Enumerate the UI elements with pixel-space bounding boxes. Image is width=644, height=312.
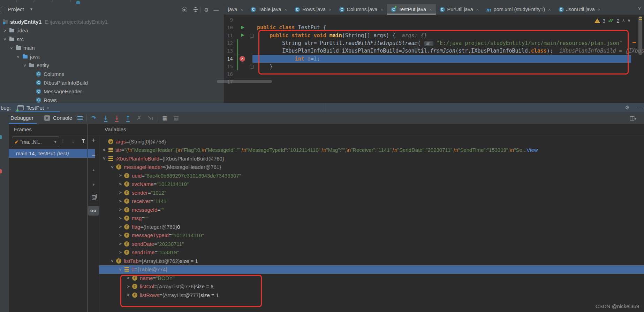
line-number[interactable]: 10 [224,24,233,31]
step-over-icon[interactable]: ↷ [90,114,98,122]
variable-row-flag[interactable]: >fflag = {Integer@769} 0 [99,223,644,231]
editor-line-15[interactable]: 15 } [224,63,644,70]
project-item-messageheader[interactable]: CMessageHeader [0,87,224,96]
gear-icon[interactable]: ⚙ [624,104,630,110]
editor-tab-rows-java[interactable]: CRows.java× [291,4,335,15]
inspections-widget[interactable]: 3 ✓✓ 2 ∧ ∨ [594,17,630,24]
chevron-down-icon[interactable]: > [102,156,106,161]
tab-console[interactable]: Console [53,115,72,121]
chevron-right-icon[interactable]: > [118,208,123,212]
remove-watch-icon[interactable]: − [88,152,99,159]
collapse-all-icon[interactable] [193,7,198,13]
chevron-right-icon[interactable]: > [118,182,123,186]
thread-dropdown[interactable]: ✔ "ma...Nl... ▼ [12,136,59,147]
prev-issue-icon[interactable]: ∧ [622,18,625,23]
chevron-right-icon[interactable]: > [118,190,123,195]
chevron-down-icon[interactable]: > [118,267,122,272]
line-number[interactable]: 9 [224,16,233,24]
variable-row-str[interactable]: >str = "{\n "MessageHeader":{\n "Flag":0… [99,146,644,155]
close-icon[interactable]: × [548,7,551,12]
variable-row-messageheader[interactable]: >fmessageHeader = {MessageHeader@761} [99,163,644,172]
editor-line-9[interactable]: 9 [224,16,644,24]
run-line-icon[interactable] [241,33,244,37]
chevron-down-icon[interactable]: > [3,37,7,41]
variable-row-senddate[interactable]: >fsendDate = "20230711" [99,240,644,248]
project-item-java[interactable]: >java [0,52,224,61]
debug-session-tab[interactable]: TestPut × [15,103,52,112]
variable-row-svcname[interactable]: >fsvcName = "1012114110" [99,180,644,189]
editor-tab-java[interactable]: java× [224,4,247,15]
line-number[interactable]: 14 [224,55,233,63]
editor-tab-purutil-java[interactable]: CPurUtil.java× [436,4,483,15]
project-item-ixbusplaninfobuild[interactable]: CIXbusPlanInfoBuild [0,78,224,87]
view-link[interactable]: View [526,147,538,153]
frame-down-icon[interactable]: ↓ [71,138,75,145]
add-watch-icon[interactable]: + [88,136,99,145]
variable-row-ixbusplaninfobuild[interactable]: >iXbusPlanInfoBuild = {IXbusPlanInfoBuil… [99,154,644,163]
editor-line-13[interactable]: 13 IXbusPlanInfoBuild iXbusPlanInfoBuild… [224,47,644,55]
variable-row-msg[interactable]: >fmsg = "" [99,214,644,223]
move-down-icon[interactable]: ▼ [88,182,99,187]
variable-row-messageid[interactable]: >fmessageId = "" [99,205,644,214]
variable-row-uuid[interactable]: >fuuid = "8ac4c0b689297e31018943de734333… [99,171,644,180]
editor-tab-testput-java[interactable]: CTestPut.java× [387,4,436,15]
close-icon[interactable]: × [476,7,479,12]
chevron-right-icon[interactable]: > [126,284,131,289]
chevron-right-icon[interactable]: > [3,29,7,33]
filter-frames-icon[interactable] [81,139,86,143]
close-icon[interactable]: × [429,7,432,12]
tab-debugger[interactable]: Debugger [10,115,33,121]
locate-file-icon[interactable] [182,7,187,13]
frame-up-icon[interactable]: ↑ [61,138,65,145]
variable-row-receiver[interactable]: >freceiver = "1141" [99,197,644,206]
layout-settings-icon[interactable]: ◫▾ [629,114,637,122]
chevron-right-icon[interactable]: > [118,242,123,246]
project-item-idea[interactable]: >.idea [0,26,224,35]
editor-tab-table-java[interactable]: CTable.java× [247,4,291,15]
editor-line-11[interactable]: 11 public static void main(String[] args… [224,32,644,39]
fold-marker-icon[interactable] [250,34,254,38]
editor-tab-pom-xml-studyentity1[interactable]: mpom.xml (studyEntity1)× [483,4,554,15]
line-number[interactable]: 12 [224,39,233,47]
trace-settings-icon[interactable]: ▤ [172,114,180,122]
editor-line-17[interactable]: 17 [224,78,644,86]
chevron-down-icon[interactable]: > [110,258,114,263]
close-icon[interactable]: × [285,7,287,12]
project-item-src[interactable]: >src [0,35,224,44]
variable-row-listcol[interactable]: >flistCol = {ArrayList@776} size = 6 [99,282,644,291]
editor-line-10[interactable]: 10public class TestPut { [224,24,644,31]
close-icon[interactable]: × [47,105,50,110]
code-editor[interactable]: 910public class TestPut {11 public stati… [224,15,644,103]
threads-menu-icon[interactable] [77,116,83,120]
line-number[interactable]: 15 [224,63,233,70]
close-icon[interactable]: × [241,7,243,12]
force-step-into-icon[interactable]: ↓ [113,114,121,122]
run-to-cursor-icon[interactable]: ↘I [146,114,154,122]
project-item-entity[interactable]: >entity [0,61,224,70]
chevron-down-icon[interactable]: > [110,165,114,170]
variable-row-listrows[interactable]: >flistRows = {ArrayList@777} size = 1 [99,291,644,299]
breakpoint-icon[interactable]: ✓ [240,56,245,62]
variable-row-sender[interactable]: >fsender = "1012" [99,188,644,197]
line-number[interactable]: 11 [224,32,233,39]
chevron-down-icon[interactable]: > [16,55,20,59]
gear-icon[interactable]: ⚙ [204,7,209,13]
step-into-icon[interactable]: ↓ [102,114,109,122]
frame-row-selected[interactable]: main:14, TestPut (test) [9,149,95,158]
chevron-right-icon[interactable]: > [118,173,123,178]
show-watches-icon[interactable]: oo [88,206,99,216]
project-root-row[interactable]: studyEntity1E:\java project\studyEntity1 [0,17,224,26]
close-icon[interactable]: × [329,7,332,12]
chevron-right-icon[interactable]: > [126,293,131,297]
step-out-icon[interactable]: ↑ [124,114,132,122]
editor-tab-jsonutil-java[interactable]: CJsonUtil.java× [555,4,605,15]
hide-panel-icon[interactable]: — [637,104,642,110]
chevron-down-icon[interactable]: ▼ [30,7,33,11]
project-item-rows[interactable]: CRows [0,96,224,103]
run-line-icon[interactable] [241,26,244,29]
chevron-right-icon[interactable]: > [126,276,131,280]
variable-row-name[interactable]: >fname = "BODY" [99,274,644,282]
close-icon[interactable]: × [380,7,383,12]
variable-row-args[interactable]: pargs = {String[0]@758} [99,137,644,146]
variable-row-messagetypeid[interactable]: >fmessageTypeId = "1012114110" [99,231,644,240]
